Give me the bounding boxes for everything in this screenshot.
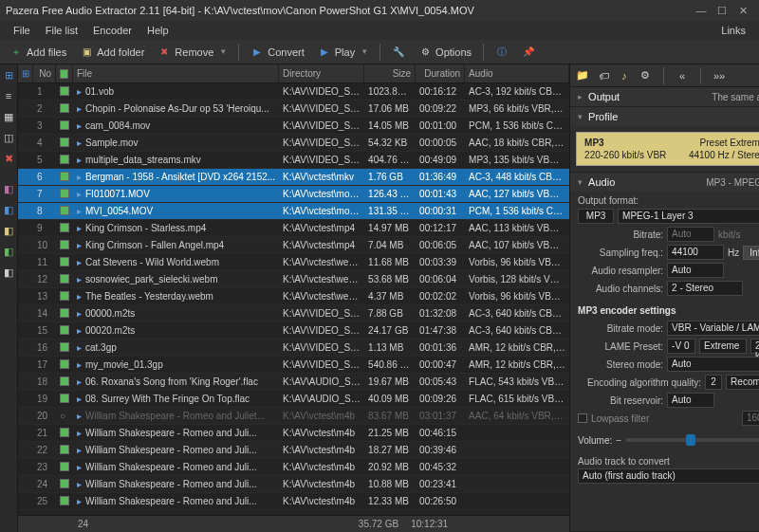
add-files-button[interactable]: ＋ Add files: [4, 44, 72, 61]
table-row[interactable]: 3▸cam_0084.movK:\AV\VIDEO_SAM...14.05 MB…: [18, 118, 569, 135]
table-row[interactable]: 6▸Bergman - 1958 - Ansiktet [DVD x264 21…: [18, 169, 569, 186]
collapse-icon[interactable]: «: [676, 69, 689, 83]
menu-encoder[interactable]: Encoder: [85, 23, 139, 38]
pin-button[interactable]: 📌: [516, 44, 541, 61]
table-row[interactable]: 9▸King Crimson - Starless.mp4K:\AV\vctes…: [18, 220, 569, 237]
col-audio[interactable]: Audio: [465, 64, 569, 83]
table-row[interactable]: 15▸00020.m2tsK:\AV\VIDEO_SAM...24.17 GB0…: [18, 322, 569, 339]
tag-icon[interactable]: 🏷: [597, 69, 610, 83]
select-all-icon[interactable]: ⊞: [22, 68, 29, 79]
app-title: Pazera Free Audio Extractor 2.11 [64-bit…: [6, 5, 474, 16]
col-dur[interactable]: Duration: [416, 64, 465, 83]
freq-select[interactable]: 44100: [667, 245, 724, 260]
play-button[interactable]: ▶ Play ▼: [312, 44, 374, 61]
bitrate-select[interactable]: Auto: [667, 227, 714, 242]
close-button[interactable]: ✕: [732, 3, 753, 18]
sidebar-tag3-icon[interactable]: ◧: [0, 222, 17, 239]
options-button[interactable]: ⚙ Options: [413, 44, 477, 61]
chevron-down-icon: ▾: [578, 177, 583, 187]
audio-section-header[interactable]: ▾ Audio MP3 - MPEG-1 Layer 3: [570, 173, 759, 192]
sidebar: ⊞ ≡ ▦ ◫ ✖ ◧ ◧ ◧ ◧ ◧: [0, 64, 18, 532]
table-row[interactable]: 1▸01.vobK:\AV\VIDEO_SAM...1023.85 MB00:1…: [18, 83, 569, 101]
note-icon[interactable]: ♪: [618, 69, 631, 83]
table-row[interactable]: 2▸Chopin - Polonaise As-Dur op 53 'Heroi…: [18, 101, 569, 118]
lame-name: Extreme: [699, 339, 747, 354]
channels-select[interactable]: 2 - Stereo: [667, 281, 743, 296]
file-list-pane: ⊞ No File Directory Size Duration Audio …: [18, 64, 569, 532]
table-row[interactable]: 23▸William Shakespeare - Romeo and Juli.…: [18, 459, 569, 476]
table-row[interactable]: 16▸cat.3gpK:\AV\VIDEO_SAM...1.13 MB00:01…: [18, 339, 569, 357]
sidebar-tag1-icon[interactable]: ◧: [0, 180, 17, 197]
col-no[interactable]: No: [33, 64, 56, 83]
table-row[interactable]: 18▸06. Roxana's Song from 'King Roger'.f…: [18, 374, 569, 391]
col-file[interactable]: File: [73, 64, 279, 83]
footer-duration: 10:12:31: [410, 519, 448, 529]
menu-file[interactable]: File: [6, 23, 38, 38]
add-folder-button[interactable]: ▣ Add folder: [74, 44, 150, 61]
maximize-button[interactable]: ☐: [712, 3, 732, 18]
gear-icon[interactable]: ⚙: [639, 69, 652, 83]
menu-help[interactable]: Help: [139, 23, 176, 38]
resampler-select[interactable]: Auto: [667, 263, 724, 278]
stereo-select[interactable]: Auto: [667, 357, 759, 372]
vol-minus[interactable]: −: [616, 435, 621, 446]
format-select[interactable]: MPEG-1 Layer 3: [618, 209, 759, 224]
table-row[interactable]: 22▸William Shakespeare - Romeo and Juli.…: [18, 442, 569, 459]
table-row[interactable]: 19▸08. Surrey With The Fringe On Top.fla…: [18, 391, 569, 408]
info-button[interactable]: Info: [743, 246, 759, 260]
sidebar-grid-icon[interactable]: ⊞: [0, 66, 17, 83]
settings-pane: 📁 🏷 ♪ ⚙ « »» ▸ Output The same as input …: [569, 64, 759, 532]
table-row[interactable]: 17▸my_movie_01.3gpK:\AV\VIDEO_SAM...540.…: [18, 357, 569, 374]
folder-icon[interactable]: 📁: [576, 69, 589, 83]
menu-filelist[interactable]: File list: [38, 23, 85, 38]
table-row[interactable]: 12▸sosnowiec_park_sielecki.webmK:\AV\vct…: [18, 271, 569, 288]
play-icon: ▶: [318, 46, 331, 59]
table-row[interactable]: 7▸FI010071.MOVK:\AV\vctest\mov\...126.43…: [18, 186, 569, 203]
info-icon: ⓘ: [495, 46, 509, 59]
table-row[interactable]: 24▸William Shakespeare - Romeo and Juli.…: [18, 476, 569, 493]
table-row[interactable]: 4▸Sample.movK:\AV\VIDEO_SAM...54.32 KB00…: [18, 135, 569, 152]
track-select[interactable]: Auto (first audio track): [578, 468, 759, 484]
gear-icon: ⚙: [418, 46, 432, 59]
table-row[interactable]: 13▸The Beatles - Yesterday.webmK:\AV\vct…: [18, 288, 569, 305]
table-row[interactable]: 10▸King Crimson - Fallen Angel.mp4K:\AV\…: [18, 237, 569, 254]
tools-button[interactable]: 🔧: [386, 44, 411, 61]
table-row[interactable]: 14▸00000.m2tsK:\AV\VIDEO_SAM...7.88 GB01…: [18, 305, 569, 322]
expand-icon[interactable]: »»: [713, 69, 726, 83]
sidebar-tag4-icon[interactable]: ◧: [0, 243, 17, 260]
remove-button[interactable]: ✖ Remove ▼: [152, 44, 232, 61]
file-list[interactable]: 1▸01.vobK:\AV\VIDEO_SAM...1023.85 MB00:1…: [18, 83, 569, 515]
check-all[interactable]: [60, 69, 68, 79]
convert-button[interactable]: ▶ Convert: [245, 44, 310, 61]
lowpass-val[interactable]: 16000: [742, 411, 759, 426]
bitrate-mode-select[interactable]: VBR - Variable / LAME preset: [667, 321, 759, 336]
sidebar-tag2-icon[interactable]: ◧: [0, 201, 17, 218]
volume-slider[interactable]: [625, 438, 759, 442]
table-row[interactable]: 11▸Cat Stevens - Wild World.webmK:\AV\vc…: [18, 254, 569, 271]
col-dir[interactable]: Directory: [279, 64, 364, 83]
lowpass-checkbox[interactable]: [578, 413, 587, 423]
table-row[interactable]: 8▸MVI_0054.MOVK:\AV\vctest\mov\...131.35…: [18, 203, 569, 220]
menu-links[interactable]: Links: [713, 23, 753, 38]
table-row[interactable]: 5▸multiple_data_streams.mkvK:\AV\VIDEO_S…: [18, 152, 569, 169]
table-row[interactable]: 25▸William Shakespeare - Romeo and Juli.…: [18, 493, 569, 510]
sidebar-tag5-icon[interactable]: ◧: [0, 264, 17, 281]
sidebar-apps-icon[interactable]: ◫: [0, 129, 17, 146]
output-section-header[interactable]: ▸ Output The same as input file: [570, 87, 759, 106]
encq-val[interactable]: 2: [705, 375, 722, 390]
info-button[interactable]: ⓘ: [490, 44, 514, 61]
status-bar: 24 35.72 GB 10:12:31: [18, 515, 569, 532]
sidebar-remove-icon[interactable]: ✖: [0, 150, 17, 167]
profile-box[interactable]: MP3 220-260 kbit/s VBR Preset Extreme 44…: [576, 132, 759, 166]
sidebar-list-icon[interactable]: ≡: [0, 87, 17, 104]
minimize-button[interactable]: —: [691, 3, 712, 18]
settings-toolbar: 📁 🏷 ♪ ⚙ « »»: [570, 64, 759, 87]
sidebar-tiles-icon[interactable]: ▦: [0, 108, 17, 125]
lame-v: -V 0: [667, 339, 695, 354]
table-row[interactable]: 20○▸William Shakespeare - Romeo and Juli…: [18, 408, 569, 425]
col-size[interactable]: Size: [364, 64, 416, 83]
table-row[interactable]: 21▸William Shakespeare - Romeo and Juli.…: [18, 425, 569, 442]
profile-section-header[interactable]: ▾ Profile: [570, 107, 759, 126]
add-files-icon: ＋: [9, 46, 23, 59]
chevron-down-icon: ▼: [219, 47, 227, 56]
